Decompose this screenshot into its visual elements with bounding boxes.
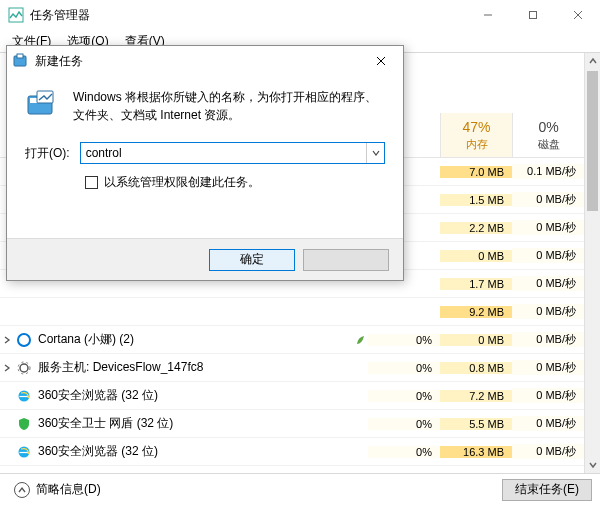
expand-icon[interactable] xyxy=(0,364,14,372)
fewer-details-button[interactable]: 简略信息(D) xyxy=(8,478,107,501)
disk-cell: 0 MB/秒 xyxy=(512,192,584,207)
svg-rect-11 xyxy=(17,54,23,58)
disk-cell: 0 MB/秒 xyxy=(512,220,584,235)
column-memory[interactable]: 47% 内存 xyxy=(440,113,512,157)
memory-cell: 0 MB xyxy=(440,250,512,262)
open-combobox[interactable] xyxy=(80,142,385,164)
chevron-up-icon xyxy=(14,482,30,498)
open-label: 打开(O): xyxy=(25,145,70,162)
process-icon xyxy=(16,444,32,460)
disk-cell: 0 MB/秒 xyxy=(512,276,584,291)
disk-cell: 0 MB/秒 xyxy=(512,332,584,347)
table-row[interactable]: Cortana (小娜) (2)0%0 MB0 MB/秒 xyxy=(0,326,600,354)
table-row[interactable]: 360安全卫士 网盾 (32 位)0%5.5 MB0 MB/秒 xyxy=(0,410,600,438)
disk-cell: 0.1 MB/秒 xyxy=(512,164,584,179)
scroll-thumb[interactable] xyxy=(587,71,598,211)
disk-cell: 0 MB/秒 xyxy=(512,304,584,319)
maximize-button[interactable] xyxy=(510,0,555,30)
process-icon xyxy=(16,332,32,348)
process-name: 服务主机: DevicesFlow_147fc8 xyxy=(36,359,368,376)
svg-point-6 xyxy=(20,364,28,372)
dialog-button-row: 确定 xyxy=(7,238,403,280)
expand-icon[interactable] xyxy=(0,336,14,344)
disk-cell: 0 MB/秒 xyxy=(512,248,584,263)
dialog-description: Windows 将根据你所键入的名称，为你打开相应的程序、文件夹、文档或 Int… xyxy=(73,88,385,124)
new-task-dialog: 新建任务 Windows 将根据你所键入的名称，为你打开相应的程序、文件夹、文档… xyxy=(6,45,404,281)
column-disk[interactable]: 0% 磁盘 xyxy=(512,113,584,157)
admin-label: 以系统管理权限创建此任务。 xyxy=(104,174,260,191)
scrollbar[interactable] xyxy=(584,53,600,473)
memory-cell: 2.2 MB xyxy=(440,222,512,234)
memory-cell: 1.5 MB xyxy=(440,194,512,206)
memory-cell: 0 MB xyxy=(440,334,512,346)
ok-button[interactable]: 确定 xyxy=(209,249,295,271)
statusbar: 简略信息(D) 结束任务(E) xyxy=(0,473,600,505)
window-title: 任务管理器 xyxy=(30,7,465,24)
disk-cell: 0 MB/秒 xyxy=(512,388,584,403)
memory-cell: 9.2 MB xyxy=(440,306,512,318)
dropdown-icon[interactable] xyxy=(366,143,384,163)
titlebar: 任务管理器 xyxy=(0,0,600,30)
memory-cell: 16.3 MB xyxy=(440,446,512,458)
svg-point-5 xyxy=(18,334,30,346)
memory-cell: 1.7 MB xyxy=(440,278,512,290)
process-icon xyxy=(16,304,32,320)
disk-cell: 0 MB/秒 xyxy=(512,360,584,375)
process-icon xyxy=(16,360,32,376)
table-row[interactable]: 服务主机: DevicesFlow_147fc80%0.8 MB0 MB/秒 xyxy=(0,354,600,382)
dialog-icon xyxy=(13,53,29,69)
process-name: Cortana (小娜) (2) xyxy=(36,331,352,348)
process-name: 360安全浏览器 (32 位) xyxy=(36,443,368,460)
disk-cell: 0 MB/秒 xyxy=(512,444,584,459)
table-row[interactable]: 9.2 MB0 MB/秒 xyxy=(0,298,600,326)
open-input[interactable] xyxy=(81,143,366,163)
app-icon xyxy=(8,7,24,23)
scroll-down-icon[interactable] xyxy=(585,457,600,473)
admin-checkbox[interactable] xyxy=(85,176,98,189)
cpu-cell: 0% xyxy=(368,390,440,402)
close-button[interactable] xyxy=(555,0,600,30)
cpu-cell: 0% xyxy=(368,334,440,346)
run-icon xyxy=(25,88,59,122)
scroll-up-icon[interactable] xyxy=(585,53,600,69)
svg-rect-2 xyxy=(529,12,536,19)
cpu-cell: 0% xyxy=(368,418,440,430)
dialog-titlebar: 新建任务 xyxy=(7,46,403,76)
process-name: 360安全浏览器 (32 位) xyxy=(36,387,368,404)
memory-cell: 5.5 MB xyxy=(440,418,512,430)
table-row[interactable]: 360安全浏览器 (32 位)0%7.2 MB0 MB/秒 xyxy=(0,382,600,410)
cpu-cell: 0% xyxy=(368,446,440,458)
process-icon xyxy=(16,388,32,404)
memory-cell: 7.0 MB xyxy=(440,166,512,178)
memory-cell: 7.2 MB xyxy=(440,390,512,402)
process-name: 360安全卫士 网盾 (32 位) xyxy=(36,415,368,432)
dialog-close-button[interactable] xyxy=(365,50,397,72)
end-task-button[interactable]: 结束任务(E) xyxy=(502,479,592,501)
cancel-button[interactable] xyxy=(303,249,389,271)
leaf-icon xyxy=(354,335,368,345)
minimize-button[interactable] xyxy=(465,0,510,30)
disk-cell: 0 MB/秒 xyxy=(512,416,584,431)
memory-cell: 0.8 MB xyxy=(440,362,512,374)
process-icon xyxy=(16,416,32,432)
table-row[interactable]: 360安全浏览器 (32 位)0%16.3 MB0 MB/秒 xyxy=(0,438,600,466)
dialog-title: 新建任务 xyxy=(35,53,365,70)
cpu-cell: 0% xyxy=(368,362,440,374)
